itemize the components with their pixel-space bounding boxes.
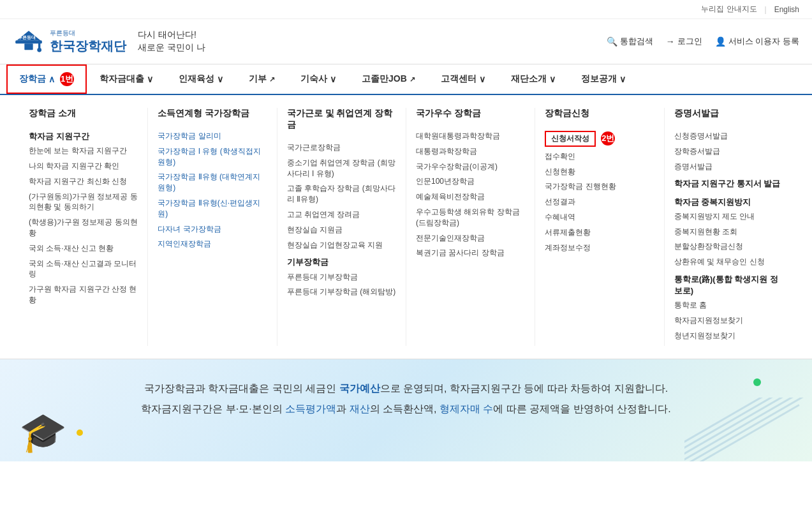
nav-customer-chevron: ∨ [479,74,485,84]
mega-link-commute-home[interactable]: 통학로 홈 [674,300,783,311]
nav-foundation[interactable]: 재단소개 ∨ [498,64,568,94]
mega-link-employment[interactable]: 고교 취업연계 장려금 [287,209,396,220]
mega-link-multi[interactable]: 다자녀 국가장학금 [158,224,267,235]
mega-link-highschool[interactable]: 고졸 후학습자 장학금 (희망사다리 Ⅱ유형) [287,183,396,205]
mega-link-region[interactable]: 지역인재장학금 [158,239,267,250]
nav-loan[interactable]: 학자금대출 ∨ [87,64,166,94]
mega-link-selection[interactable]: 선정결과 [545,197,654,207]
svg-rect-2 [24,43,33,50]
user-icon: 👤 [715,36,726,47]
banner-line1-prefix: 국가장학금과 학자금대출은 국민의 세금인 [144,383,339,394]
mega-col-1: 장학금 소개 학자금 지원구간 한눈에 보는 학자금 지원구간 나의 학자금 지… [19,108,148,346]
nav-dormitory-chevron: ∨ [330,74,336,84]
mega-link-president[interactable]: 대통령과학장학금 [416,146,525,157]
nav-donation-ext-icon: ↗ [269,75,275,84]
mega-link-family-consent[interactable]: (가구원동의)가구원 정보제공 동의현황 및 동의하기 [29,191,138,213]
mega-link-excellence-eng[interactable]: 국가우수장학금(이공계) [416,161,525,172]
nav-donation[interactable]: 기부 ↗ [236,64,288,94]
nurijip-link[interactable]: 누리집 안내지도 [701,4,757,15]
mega-link-deferral[interactable]: 상환유예 및 채무승인 신청 [674,257,783,267]
english-link[interactable]: English [774,5,799,14]
mega-col-6: 증명서발급 신청증명서발급 장학증서발급 증명서발급 학자금 지원구간 통지서 … [665,108,793,346]
mega-link-arts[interactable]: 예술체육비전장학금 [416,191,525,202]
mega-link-overseas-income[interactable]: 국외 소득·재산 신고 현황 [29,243,138,254]
mega-link-field-edu[interactable]: 현장실습 기업현장교육 지원 [287,240,396,251]
svg-point-4 [37,48,41,52]
mega-link-apply-form[interactable]: 신청서작성 [545,131,596,147]
mega-link-field[interactable]: 현장실습 지원금 [287,225,396,235]
nav-dormitory-label: 기숙사 [300,73,327,85]
mega-link-student-consent[interactable]: (학생용)가구원 정보제공 동의현황 [29,217,138,239]
mega-link-type2[interactable]: 국가장학금 Ⅱ유형 (대학연계지원형) [158,172,267,193]
nav-customer[interactable]: 고객센터 ∨ [428,64,498,94]
mega-link-benefit[interactable]: 수혜내역 [545,212,654,223]
banner-text-2: 학자금지원구간은 부·모·본인의 소득평가액과 재산의 소득환산액, 형제자매 … [38,399,774,419]
logo-main: 한국장학재단 [50,38,126,55]
mega-link-alimi[interactable]: 국가장학금 알리미 [158,131,267,142]
mega-link-work[interactable]: 국가근로장학금 [287,142,396,153]
mega-link-installment[interactable]: 분할상환장학금신청 [674,241,783,252]
mega-link-dup-guide[interactable]: 중복지원방지 제도 안내 [674,211,783,222]
slogan-line1: 다시 태어난다! [138,29,205,41]
mega-scholarship-support-title: 학자금 지원구간 [29,131,138,142]
mega-link-lottery[interactable]: 복권기금 꿈사다리 장학금 [416,248,525,258]
mega-col-5-title: 장학금신청 [545,108,654,123]
mega-link-cert-scholarship[interactable]: 장학증서발급 [674,146,783,157]
mega-link-account[interactable]: 계좌정보수정 [545,243,654,253]
register-button[interactable]: 👤 서비스 이용자 등록 [715,36,799,47]
nav-info-label: 정보공개 [581,73,617,85]
mega-link-check[interactable]: 나의 학자금 지원구간 확인 [29,161,138,172]
mega-link-humanities[interactable]: 인문100년장학금 [416,176,525,187]
main-nav: 장학금 ∧ 1번 학자금대출 ∨ 인재육성 ∨ 기부 ↗ 기숙사 ∨ 고졸만JO… [0,64,812,95]
mega-link-dup-check[interactable]: 중복지원현황 조회 [674,227,783,237]
dot-green-decoration [753,378,761,386]
mega-link-overseas-dream[interactable]: 우수고등학생 해외유학 장학금(드림장학금) [416,207,525,228]
nav-loan-chevron: ∨ [147,74,153,84]
nav-jobs-label: 고졸만JOB [362,73,407,85]
mega-support-notice-title: 학자금 지원구간 통지서 발급 [674,178,783,190]
login-button[interactable]: → 로그인 [666,36,702,47]
svg-rect-0 [15,40,42,43]
mega-link-status[interactable]: 신청현황 [545,167,654,177]
nav-loan-label: 학자금대출 [100,73,144,85]
mega-dup-prevent-title: 학자금 중복지원방지 [674,197,783,208]
nav-talent[interactable]: 인재육성 ∨ [166,64,236,94]
mega-link-type1[interactable]: 국가장학금 I 유형 (학생직접지원형) [158,146,267,168]
mega-link-reception[interactable]: 접수확인 [545,151,654,162]
mega-link-cert-apply[interactable]: 신청증명서발급 [674,131,783,142]
search-button[interactable]: 🔍 통합검색 [607,36,653,47]
top-bar: 누리집 안내지도 | English [0,0,812,19]
banner-line2-suffix: 에 따른 공제액을 반영하여 산정합니다. [493,403,670,414]
mega-link-pureun[interactable]: 푸른등대 기부장학금 [287,272,396,283]
mega-link-sme[interactable]: 중소기업 취업연계 장학금 (희망사다리 I 유형) [287,158,396,179]
mega-link-cert-general[interactable]: 증명서발급 [674,161,783,172]
nav-info[interactable]: 정보공개 ∨ [568,64,639,94]
mega-link-youth-info[interactable]: 청년지원정보찾기 [674,331,783,341]
mega-col-6-title: 증명서발급 [674,108,783,123]
svg-text:푸른등대: 푸른등대 [18,35,36,40]
mega-link-type2-new[interactable]: 국가장학금 Ⅱ유형(신·편입생지원) [158,198,267,220]
mega-link-tech[interactable]: 전문기술인재장학금 [416,233,525,244]
mega-link-president-science[interactable]: 대학원대통령과학장학금 [416,131,525,142]
mega-col-2-title: 소득연계형 국가장학금 [158,108,267,123]
mega-link-docs[interactable]: 서류제출현황 [545,227,654,238]
nav-scholarship[interactable]: 장학금 ∧ 1번 [6,64,87,94]
mega-link-progress[interactable]: 국가장학금 진행현황 [545,181,654,192]
mega-link-update[interactable]: 학자금 지원구간 최신화 신청 [29,176,138,187]
search-label: 통합검색 [620,36,653,47]
logo-icon[interactable]: 푸른등대 [13,26,45,57]
banner-line2-mid: 과 [336,403,349,414]
mega-link-overseas-result[interactable]: 국외 소득·재산 신고결과 모니터링 [29,258,138,280]
nav-foundation-label: 재단소개 [511,73,547,85]
mega-link-overview[interactable]: 한눈에 보는 학자금 지원구간 [29,146,138,156]
nav-jobs[interactable]: 고졸만JOB ↗ [349,64,428,94]
mega-link-find-support[interactable]: 학자금지원정보찾기 [674,315,783,326]
stripe-decoration [684,398,812,461]
logo-area: 푸른등대 푸른등대 한국장학재단 다시 태어난다! 새로운 국민이 나 [13,26,607,57]
register-label: 서비스 이용자 등록 [728,36,799,47]
mega-link-family-status[interactable]: 가구원 학자금 지원구간 산정 현황 [29,284,138,306]
mega-col-4: 국가우수 장학금 대학원대통령과학장학금 대통령과학장학금 국가우수장학금(이공… [406,108,535,346]
nav-dormitory[interactable]: 기숙사 ∨ [288,64,349,94]
mega-link-pureun-overseas[interactable]: 푸른등대 기부장학금 (해외탐방) [287,287,396,297]
header-actions: 🔍 통합검색 → 로그인 👤 서비스 이용자 등록 [607,36,799,47]
